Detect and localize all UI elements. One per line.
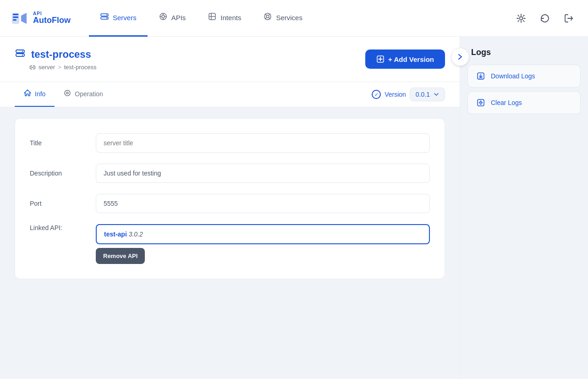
svg-point-32 [65,90,70,96]
remove-api-button[interactable]: Remove API [96,248,145,264]
page-title-row: test-process [15,48,97,61]
nav-actions [513,10,577,27]
nav-item-servers[interactable]: Servers [89,0,148,37]
linked-api-display: test-api 3.0.2 [96,224,430,244]
breadcrumb: server > test-process [29,64,97,71]
tabs: Info Operation [15,82,112,107]
clear-logs-button[interactable]: Clear Logs [467,91,581,114]
description-label: Description [30,170,85,177]
logs-panel: Logs Download Logs [460,37,588,129]
logo-autoflow-label: AutoFlow [33,16,71,25]
logs-title: Logs [467,48,581,57]
download-logs-button[interactable]: Download Logs [467,65,581,88]
settings-button[interactable] [513,10,529,27]
svg-point-6 [106,14,107,15]
svg-point-9 [162,15,165,18]
svg-point-18 [266,15,269,18]
services-icon [263,12,272,23]
info-tab-icon [24,89,31,99]
title-input[interactable] [96,133,430,153]
linked-api-right: test-api 3.0.2 Remove API [96,224,430,264]
svg-point-27 [22,51,23,52]
breadcrumb-current[interactable]: test-process [64,64,97,71]
svg-rect-2 [13,16,18,18]
svg-point-23 [520,16,523,20]
description-row: Description [30,164,430,183]
apis-icon [159,12,168,23]
tabs-bar: Info Operation ✓ Version 0.0.1 [0,82,460,107]
nav-intents-label: Intents [220,14,241,22]
svg-rect-25 [16,50,24,53]
top-navigation: API AutoFlow Servers [0,0,588,37]
chevron-right-icon [456,53,464,60]
svg-point-28 [22,55,23,55]
add-version-button[interactable]: + Add Version [365,49,445,69]
page-header-left: test-process server > test-process [15,48,97,71]
nav-apis-label: APIs [171,14,186,22]
download-icon [475,71,486,82]
logo-icon [11,9,29,27]
port-label: Port [30,200,85,207]
description-input[interactable] [96,164,430,183]
breadcrumb-separator: > [58,64,61,71]
tab-info[interactable]: Info [15,82,55,107]
refresh-icon [540,13,550,23]
version-value: 0.0.1 [416,91,430,98]
breadcrumb-server[interactable]: server [38,64,55,71]
download-logs-label: Download Logs [491,72,535,80]
logo-text: API AutoFlow [33,11,71,25]
svg-rect-26 [16,54,24,56]
version-text: Version [385,91,406,98]
nav-item-services[interactable]: Services [252,0,313,37]
title-label: Title [30,139,85,147]
tab-operation[interactable]: Operation [55,82,112,107]
tab-operation-label: Operation [75,90,103,98]
left-content: test-process server > test-process [0,37,460,379]
form-card: Title Description Port Linked API: [15,118,445,279]
version-selector: ✓ Version 0.0.1 [372,88,445,101]
nav-item-apis[interactable]: APIs [148,0,197,37]
clear-icon [475,97,486,108]
svg-rect-1 [13,14,18,15]
add-version-label: + Add Version [388,55,434,63]
svg-point-33 [66,92,68,94]
logs-toggle-button[interactable] [451,48,469,66]
logo: API AutoFlow [11,9,71,27]
nav-services-label: Services [276,14,302,22]
port-input[interactable] [96,194,430,213]
nav-items: Servers APIs [89,0,513,37]
main-layout: test-process server > test-process [0,37,588,379]
operation-tab-icon [64,89,71,99]
plus-icon [376,55,385,63]
clear-logs-label: Clear Logs [491,99,522,106]
tab-info-label: Info [35,90,45,98]
server-title-icon [15,48,26,61]
linked-api-row: Linked API: test-api 3.0.2 Remove API [30,224,430,264]
refresh-button[interactable] [537,10,553,27]
api-version: 3.0.2 [129,231,143,238]
port-row: Port [30,194,430,213]
intents-icon [208,12,217,23]
gear-icon [516,13,526,23]
api-name: test-api [104,231,127,238]
nav-servers-label: Servers [113,14,137,22]
page-title: test-process [31,49,91,60]
form-area: Title Description Port Linked API: [0,107,460,290]
logout-button[interactable] [561,10,577,27]
chevron-down-icon [434,92,439,97]
version-dropdown[interactable]: 0.0.1 [410,88,445,101]
page-header: test-process server > test-process [0,37,460,82]
link-icon [29,64,36,71]
svg-point-7 [106,17,107,18]
servers-icon [100,12,109,23]
right-panel: Logs Download Logs [460,37,588,379]
version-check-icon: ✓ [372,90,381,99]
title-row: Title [30,133,430,153]
logout-icon [564,13,574,23]
svg-rect-3 [13,19,16,21]
linked-api-label: Linked API: [30,224,85,231]
nav-item-intents[interactable]: Intents [197,0,252,37]
